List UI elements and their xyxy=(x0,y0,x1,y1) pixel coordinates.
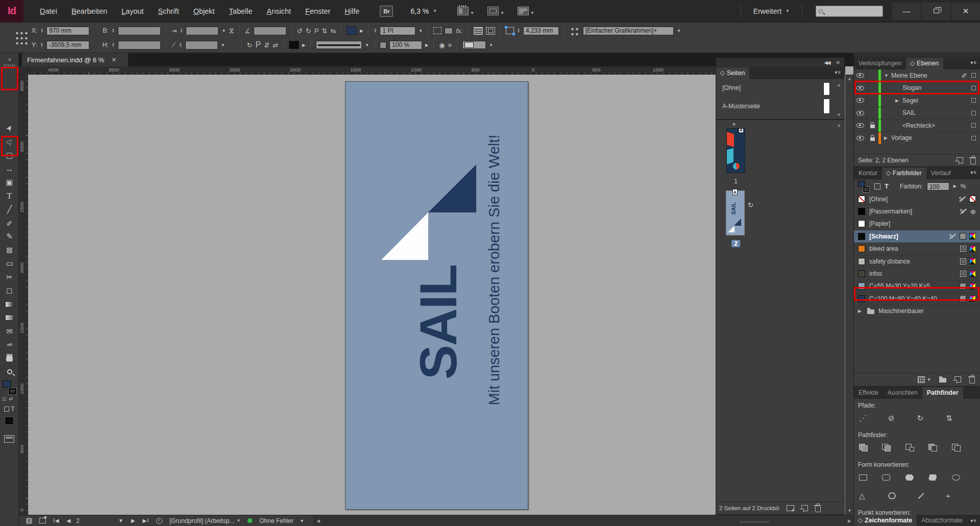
layer-expander-icon[interactable]: ▼ xyxy=(884,73,891,78)
horizontal-scrollbar[interactable]: ◀ ▶ xyxy=(314,515,853,526)
lock-cell[interactable] xyxy=(867,82,878,94)
master-thumbnail[interactable] xyxy=(823,82,830,95)
rounded-rectangle-button[interactable] xyxy=(882,471,905,484)
preview-mode-dropdown[interactable] xyxy=(462,41,486,49)
menu-ansicht[interactable]: Ansicht xyxy=(260,0,299,22)
align-edges-icon[interactable]: ≡ xyxy=(448,41,452,49)
menu-hilfe[interactable]: Hilfe xyxy=(337,0,366,22)
swatch-row[interactable]: [Ohne]✎ xyxy=(854,193,980,205)
page-2-number[interactable]: 2 xyxy=(726,240,745,247)
rectangle-button[interactable] xyxy=(859,471,882,484)
visibility-cell[interactable] xyxy=(854,82,867,94)
scroll-left-icon[interactable]: ◀ xyxy=(316,518,320,523)
rotate-90-icon[interactable]: ↻ xyxy=(247,41,253,49)
triangle-button[interactable]: △ xyxy=(859,490,888,502)
ellipse-button[interactable] xyxy=(952,471,975,484)
effects-button[interactable]: fx. xyxy=(456,27,463,35)
flip-horizontal-icon[interactable]: ⇥ xyxy=(172,27,177,35)
swatch-row[interactable]: safety distance xyxy=(854,255,980,268)
height-stepper[interactable]: ▲▼ xyxy=(112,42,115,47)
note-tool[interactable]: ✉ xyxy=(0,325,19,338)
polygon-button[interactable] xyxy=(888,490,917,502)
swatch-row[interactable]: bleed area xyxy=(854,243,980,255)
tab-pathfinder[interactable]: Pathfinder xyxy=(922,387,963,399)
panel-menu-icon[interactable]: ▾≡ xyxy=(970,518,980,523)
tab-absatzformate[interactable]: Absatzformate xyxy=(917,515,966,526)
align-center-icon[interactable]: ◉ xyxy=(439,41,445,49)
layer-target-square[interactable] xyxy=(971,123,976,128)
visibility-cell[interactable] xyxy=(854,69,867,82)
width-field[interactable] xyxy=(118,27,161,35)
new-swatch-icon[interactable] xyxy=(954,376,961,382)
layer-row[interactable]: ▶Vorlage xyxy=(854,132,980,145)
page-tool[interactable]: ▢ xyxy=(0,149,19,162)
tab-effekte[interactable]: Effekte xyxy=(854,387,883,399)
sail-headline-text[interactable]: SAIL xyxy=(410,235,467,410)
select-container-icon[interactable] xyxy=(433,27,442,34)
corner-radius-field[interactable]: 4,233 mm xyxy=(523,27,559,35)
lock-cell[interactable] xyxy=(867,69,878,82)
layer-expander-icon[interactable]: ▶ xyxy=(884,135,891,140)
height-field[interactable] xyxy=(118,41,161,50)
flip-pair-icon[interactable]: ⇆ xyxy=(330,27,336,35)
reverse-path-button[interactable]: ⇅ xyxy=(946,412,975,424)
preflight-icon[interactable]: ! xyxy=(26,518,32,524)
bridge-button[interactable]: Br xyxy=(380,6,393,17)
tab-ausrichten[interactable]: Ausrichten xyxy=(883,387,922,399)
scroll-up-icon[interactable]: ▲ xyxy=(847,76,852,81)
layer-row[interactable]: ▶Segel xyxy=(854,94,980,107)
swatch-row[interactable]: [Papier] xyxy=(854,218,980,230)
layer-target-square[interactable] xyxy=(971,111,976,115)
inverse-rounded-rectangle-button[interactable] xyxy=(928,471,951,484)
scroll-up-icon[interactable]: ▲ xyxy=(837,123,841,128)
line-tool[interactable]: ╱ xyxy=(0,203,19,216)
new-page-icon[interactable] xyxy=(801,505,808,511)
y-stepper[interactable]: ▲▼ xyxy=(40,42,43,47)
scissors-tool[interactable]: ✂ xyxy=(0,271,19,284)
tint-field[interactable]: 100 xyxy=(927,182,949,190)
view-options-button[interactable]: ▼ xyxy=(457,7,474,15)
eyedropper-tool[interactable]: ✎ xyxy=(0,338,19,351)
flip-vertical-icon[interactable]: ⇅ xyxy=(322,27,327,35)
swap-fill-stroke-icon[interactable]: ⇄ xyxy=(9,396,13,403)
close-path-button[interactable]: ↻ xyxy=(917,412,946,424)
delete-page-icon[interactable] xyxy=(815,507,821,512)
master-thumbnail[interactable] xyxy=(823,99,830,114)
swatch-row[interactable]: [Schwarz]✎ xyxy=(854,230,980,243)
fill-stroke-proxy[interactable] xyxy=(858,181,870,192)
master-row[interactable]: [Ohne] xyxy=(716,79,844,98)
tab-ebenen[interactable]: Ebenen xyxy=(906,58,943,69)
join-path-button[interactable]: ⋰ xyxy=(859,412,888,424)
menu-datei[interactable]: Datei xyxy=(33,0,64,22)
share-icon[interactable] xyxy=(39,518,46,523)
vertical-ruler[interactable]: 3500300025002000150010005000 xyxy=(19,75,28,515)
layer-target-square[interactable] xyxy=(971,73,976,78)
tab-seiten[interactable]: Seiten xyxy=(716,67,749,79)
tab-zeichenformate[interactable]: Zeichenformate xyxy=(854,515,917,526)
vertical-scrollbar[interactable]: ▲ ▼ xyxy=(845,75,853,515)
selection-tool[interactable]: ➤ xyxy=(0,122,19,135)
workspace-switcher[interactable]: Erweitert ▼ xyxy=(746,7,797,15)
panel-resize-grip[interactable] xyxy=(740,521,771,523)
gradient-tool[interactable] xyxy=(0,298,19,311)
previous-page-button[interactable]: ◀ xyxy=(66,518,71,523)
constrain-proportions-icon[interactable]: ⧖ xyxy=(229,27,234,35)
formatting-affects-text-icon[interactable]: T xyxy=(885,182,889,190)
collapse-panel-icon[interactable]: ◀◀ xyxy=(824,60,829,65)
subtract-button[interactable] xyxy=(882,442,905,454)
formatting-affects-container-icon[interactable] xyxy=(4,407,9,412)
fill-proxy-swatch[interactable] xyxy=(3,380,11,388)
corner-radius-stepper[interactable]: ▲▼ xyxy=(517,28,520,33)
scale-x-stepper[interactable]: ▲▼ xyxy=(180,28,183,33)
intersect-button[interactable] xyxy=(905,442,928,454)
tab-kontur[interactable]: Kontur xyxy=(854,168,882,179)
swatch-row[interactable]: C=55 M=30 Y=20 K=5 xyxy=(854,280,980,293)
swatch-row[interactable]: [Passermarken]✎⊕ xyxy=(854,205,980,218)
default-fill-stroke-icon[interactable]: ◱ xyxy=(2,396,7,403)
beveled-rectangle-button[interactable] xyxy=(905,471,928,484)
panel-menu-icon[interactable]: ▾≡ xyxy=(835,69,841,75)
gap-tool[interactable]: ↔ xyxy=(0,162,19,176)
shear-field[interactable] xyxy=(185,41,218,50)
menu-bearbeiten[interactable]: Bearbeiten xyxy=(64,0,114,22)
menu-tabelle[interactable]: Tabelle xyxy=(222,0,260,22)
